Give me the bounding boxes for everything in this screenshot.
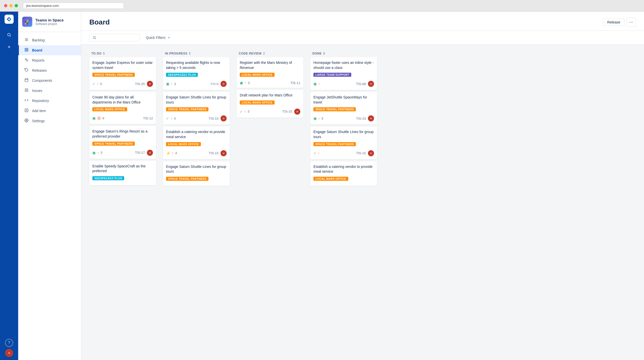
column-header-done: DONE 8 bbox=[308, 49, 379, 57]
card-footer-c5: ▣ ↑ 3 TIS-8 U bbox=[166, 81, 227, 87]
user-avatar-rail[interactable]: U bbox=[5, 349, 13, 357]
card-tag-c8: SPACE TRAVEL PARTNERS bbox=[166, 177, 208, 181]
traffic-light-red[interactable] bbox=[4, 4, 7, 7]
sidebar-item-board[interactable]: Board bbox=[18, 45, 81, 55]
card-id-c3: TIS-17 bbox=[135, 151, 145, 155]
sidebar-item-label-add: Add item bbox=[32, 109, 46, 113]
story-icon-c2: ▣ bbox=[92, 116, 96, 120]
sidebar-item-components[interactable]: Components bbox=[18, 75, 81, 86]
components-icon bbox=[24, 78, 29, 83]
sidebar-item-reports[interactable]: Reports bbox=[18, 55, 81, 65]
search-input[interactable] bbox=[98, 36, 137, 40]
card-id-c13: TIS-15 bbox=[356, 151, 366, 155]
card-meta-left-c1: ✓ ↑ 5 bbox=[92, 82, 102, 86]
issues-icon bbox=[24, 88, 29, 93]
card-tag-c12: SPACE TRAVEL PARTNERS bbox=[313, 107, 356, 111]
card-footer-c10: ✓ ↑ 3 TIS-15 U bbox=[240, 109, 300, 115]
card-title-c3: Engage Saturn's Rings Resort as a prefer… bbox=[92, 129, 153, 139]
jira-logo[interactable] bbox=[5, 15, 14, 24]
card-meta-left-c3: ▣ ↑ 3 bbox=[92, 151, 102, 155]
card-c12[interactable]: Engage JetShuttle SpaceWays for travel S… bbox=[310, 92, 377, 124]
card-c6[interactable]: Engage Saturn Shuttle Lines for group to… bbox=[163, 92, 230, 124]
sidebar-item-settings[interactable]: Settings bbox=[18, 116, 81, 126]
column-cards-done: Homepage footer uses an inline style - s… bbox=[308, 57, 379, 356]
card-c4[interactable]: Enable Speedy SpaceCraft as the preferre… bbox=[89, 161, 156, 185]
card-c13[interactable]: Engage Saturn Shuttle Lines for group to… bbox=[310, 126, 377, 159]
sidebar-item-repository[interactable]: Repository bbox=[18, 96, 81, 106]
rail-create-icon[interactable] bbox=[4, 42, 14, 52]
card-title-c14: Establish a catering vendor to provide m… bbox=[313, 164, 374, 174]
rail-search-icon[interactable] bbox=[4, 30, 14, 40]
card-c8[interactable]: Engage Saturn Shuttle Lines for group to… bbox=[163, 161, 230, 186]
card-meta-left-c12: ▣ ↑ 5 bbox=[313, 116, 323, 120]
card-c5[interactable]: Requesting available flights is now taki… bbox=[163, 57, 230, 90]
card-c11[interactable]: Homepage footer uses an inline style - s… bbox=[310, 57, 377, 90]
release-button[interactable]: Release bbox=[603, 18, 625, 26]
card-avatar-c1: U bbox=[147, 81, 153, 87]
sidebar-item-releases[interactable]: Releases bbox=[18, 65, 81, 75]
card-tag-c13: SPACE TRAVEL PARTNERS bbox=[313, 142, 356, 146]
story-icon-c7: ⚡ bbox=[166, 151, 170, 155]
sidebar-item-issues[interactable]: Issues bbox=[18, 86, 81, 96]
card-c1[interactable]: Engage Jupiter Express for outer solar s… bbox=[89, 57, 156, 90]
more-options-button[interactable]: ··· bbox=[627, 18, 636, 27]
card-count-c2: 9 bbox=[102, 116, 104, 120]
search-icon bbox=[93, 36, 96, 40]
priority-icon-c10: ↑ bbox=[244, 110, 246, 114]
sidebar-item-label-settings: Settings bbox=[32, 119, 45, 123]
traffic-light-green[interactable] bbox=[15, 4, 18, 7]
column-title-codereview: CODE REVIEW bbox=[239, 52, 262, 55]
card-id-c5: TIS-8 bbox=[210, 82, 219, 86]
browser-chrome: jira.teamsinspace.com bbox=[0, 0, 644, 12]
card-title-c12: Engage JetShuttle SpaceWays for travel bbox=[313, 95, 374, 105]
column-header-inprogress: IN PROGRESS 5 bbox=[161, 49, 232, 57]
card-id-c2: TIS-12 bbox=[143, 116, 153, 120]
column-cards-codereview: Register with the Mars Ministry of Reven… bbox=[235, 57, 305, 356]
card-count-c3: 3 bbox=[100, 151, 102, 155]
card-meta-right-c13: TIS-15 U bbox=[356, 150, 374, 156]
column-count-codereview: 2 bbox=[263, 52, 265, 55]
sidebar-item-label-backlog: Backlog bbox=[32, 38, 45, 42]
card-title-c6: Engage Saturn Shuttle Lines for group to… bbox=[166, 95, 227, 105]
chevron-down-icon bbox=[167, 36, 171, 39]
svg-rect-7 bbox=[25, 48, 26, 49]
card-meta-left-c13: ✓ ↑ bbox=[313, 151, 320, 155]
column-todo: TO DO 5 Engage Jupiter Express for outer… bbox=[87, 49, 158, 356]
backlog-icon bbox=[24, 38, 29, 43]
card-title-c1: Engage Jupiter Express for outer solar s… bbox=[92, 60, 153, 70]
card-c9[interactable]: Register with the Mars Ministry of Reven… bbox=[237, 57, 303, 88]
card-meta-right-c1: TIS-25 U bbox=[135, 81, 153, 87]
card-footer-c12: ▣ ↑ 5 TIS-23 U bbox=[313, 115, 374, 121]
blocked-icon-c2: ⊘ bbox=[97, 115, 101, 121]
column-title-done: DONE bbox=[312, 52, 322, 55]
card-footer-c6: ✓ ↑ 4 TIS-15 U bbox=[166, 115, 227, 121]
priority-icon-c6: ↑ bbox=[171, 116, 172, 120]
svg-line-23 bbox=[95, 38, 96, 39]
card-c14[interactable]: Establish a catering vendor to provide m… bbox=[310, 161, 377, 186]
sidebar-item-add[interactable]: Add item bbox=[18, 106, 81, 116]
svg-rect-10 bbox=[27, 50, 28, 51]
quick-filters-button[interactable]: Quick Filters bbox=[143, 34, 174, 41]
traffic-light-yellow[interactable] bbox=[9, 4, 13, 7]
card-tag-c14: LOCAL MARS OFFICE bbox=[313, 177, 348, 181]
column-title-todo: TO DO bbox=[91, 52, 101, 55]
card-tag-c6: SPACE TRAVEL PARTNERS bbox=[166, 107, 208, 111]
card-c7[interactable]: Establish a catering vendor to provide m… bbox=[163, 126, 230, 159]
card-tag-c3: SPACE TRAVEL PARTNERS bbox=[92, 142, 135, 146]
sidebar-item-label-components: Components bbox=[32, 79, 52, 83]
card-c10[interactable]: Draft network plan for Mars Office LOCAL… bbox=[237, 90, 303, 118]
card-title-c11: Homepage footer uses an inline style - s… bbox=[313, 60, 374, 70]
card-meta-right-c2: TIS-12 bbox=[143, 116, 153, 120]
rail-help-icon[interactable]: ? bbox=[5, 339, 13, 347]
card-c3[interactable]: Engage Saturn's Rings Resort as a prefer… bbox=[89, 126, 156, 159]
priority-icon-c9: ↑ bbox=[245, 81, 246, 85]
priority-icon-c5: ↑ bbox=[171, 82, 173, 86]
card-tag-c10: LOCAL MARS OFFICE bbox=[240, 100, 275, 105]
card-c2[interactable]: Create 90 day plans for all departments … bbox=[89, 92, 156, 124]
sidebar-nav: Backlog Board Reports bbox=[18, 32, 81, 129]
card-id-c9: TIS-11 bbox=[290, 81, 300, 85]
url-bar[interactable]: jira.teamsinspace.com bbox=[23, 3, 124, 9]
card-meta-right-c3: TIS-17 U bbox=[135, 150, 153, 156]
sidebar-item-backlog[interactable]: Backlog bbox=[18, 35, 81, 45]
card-meta-right-c6: TIS-15 U bbox=[209, 115, 227, 121]
